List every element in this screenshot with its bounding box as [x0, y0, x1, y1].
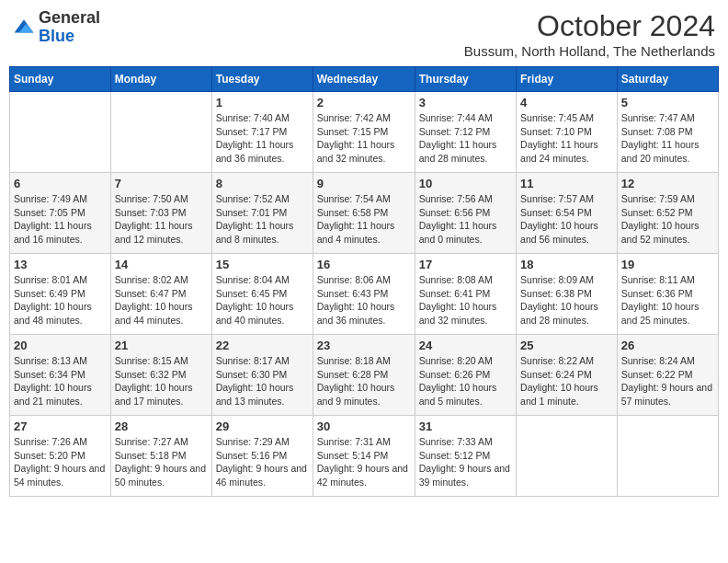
week-row-4: 27Sunrise: 7:26 AM Sunset: 5:20 PM Dayli… [10, 416, 719, 497]
logo-icon [13, 17, 35, 39]
day-info: Sunrise: 7:47 AM Sunset: 7:08 PM Dayligh… [621, 111, 714, 166]
day-number: 2 [317, 96, 411, 109]
day-info: Sunrise: 7:40 AM Sunset: 7:17 PM Dayligh… [216, 111, 309, 166]
day-cell: 23Sunrise: 8:18 AM Sunset: 6:28 PM Dayli… [313, 335, 415, 416]
day-number: 26 [621, 339, 714, 352]
day-number: 24 [419, 339, 512, 352]
day-number: 18 [520, 258, 613, 271]
day-cell: 2Sunrise: 7:42 AM Sunset: 7:15 PM Daylig… [313, 92, 415, 173]
day-cell: 31Sunrise: 7:33 AM Sunset: 5:12 PM Dayli… [415, 416, 516, 497]
day-info: Sunrise: 7:56 AM Sunset: 6:56 PM Dayligh… [419, 192, 512, 247]
day-header-thursday: Thursday [415, 67, 516, 92]
day-info: Sunrise: 7:27 AM Sunset: 5:18 PM Dayligh… [115, 435, 208, 489]
day-header-sunday: Sunday [10, 67, 111, 92]
calendar-header: SundayMondayTuesdayWednesdayThursdayFrid… [10, 67, 719, 92]
page-header: General Blue October 2024 Bussum, North … [9, 9, 719, 59]
calendar-table: SundayMondayTuesdayWednesdayThursdayFrid… [9, 66, 719, 497]
day-info: Sunrise: 7:45 AM Sunset: 7:10 PM Dayligh… [520, 111, 613, 166]
day-cell: 29Sunrise: 7:29 AM Sunset: 5:16 PM Dayli… [211, 416, 313, 497]
day-info: Sunrise: 8:20 AM Sunset: 6:26 PM Dayligh… [419, 354, 512, 408]
day-cell: 14Sunrise: 8:02 AM Sunset: 6:47 PM Dayli… [110, 254, 211, 335]
day-number: 19 [621, 258, 714, 271]
day-info: Sunrise: 8:11 AM Sunset: 6:36 PM Dayligh… [621, 273, 714, 327]
day-info: Sunrise: 8:22 AM Sunset: 6:24 PM Dayligh… [520, 354, 613, 408]
day-info: Sunrise: 7:29 AM Sunset: 5:16 PM Dayligh… [216, 435, 309, 489]
day-cell: 13Sunrise: 8:01 AM Sunset: 6:49 PM Dayli… [10, 254, 111, 335]
days-of-week-row: SundayMondayTuesdayWednesdayThursdayFrid… [10, 67, 719, 92]
day-number: 21 [115, 339, 208, 352]
day-info: Sunrise: 8:01 AM Sunset: 6:49 PM Dayligh… [14, 273, 107, 327]
logo-blue-text: Blue [39, 28, 100, 46]
day-header-saturday: Saturday [617, 67, 718, 92]
day-cell [110, 92, 211, 173]
day-cell: 5Sunrise: 7:47 AM Sunset: 7:08 PM Daylig… [617, 92, 718, 173]
logo: General Blue [13, 9, 100, 46]
day-info: Sunrise: 7:49 AM Sunset: 7:05 PM Dayligh… [14, 192, 107, 247]
day-cell: 11Sunrise: 7:57 AM Sunset: 6:54 PM Dayli… [517, 173, 618, 254]
day-number: 11 [520, 177, 613, 190]
week-row-3: 20Sunrise: 8:13 AM Sunset: 6:34 PM Dayli… [10, 335, 719, 416]
day-number: 7 [115, 177, 208, 190]
day-number: 1 [216, 96, 309, 109]
day-info: Sunrise: 8:18 AM Sunset: 6:28 PM Dayligh… [317, 354, 411, 408]
day-cell: 22Sunrise: 8:17 AM Sunset: 6:30 PM Dayli… [211, 335, 313, 416]
day-info: Sunrise: 8:09 AM Sunset: 6:38 PM Dayligh… [520, 273, 613, 327]
day-cell: 26Sunrise: 8:24 AM Sunset: 6:22 PM Dayli… [617, 335, 718, 416]
day-info: Sunrise: 8:24 AM Sunset: 6:22 PM Dayligh… [621, 354, 714, 408]
day-cell [10, 92, 111, 173]
day-cell [617, 416, 718, 497]
day-number: 12 [621, 177, 714, 190]
day-info: Sunrise: 7:57 AM Sunset: 6:54 PM Dayligh… [520, 192, 613, 247]
day-number: 17 [419, 258, 512, 271]
day-info: Sunrise: 8:04 AM Sunset: 6:45 PM Dayligh… [216, 273, 309, 327]
day-info: Sunrise: 7:42 AM Sunset: 7:15 PM Dayligh… [317, 111, 411, 166]
day-number: 31 [419, 419, 512, 433]
day-number: 6 [14, 177, 107, 190]
day-number: 29 [216, 419, 309, 433]
day-info: Sunrise: 7:26 AM Sunset: 5:20 PM Dayligh… [14, 435, 107, 489]
day-number: 16 [317, 258, 411, 271]
day-cell: 8Sunrise: 7:52 AM Sunset: 7:01 PM Daylig… [211, 173, 313, 254]
day-cell: 24Sunrise: 8:20 AM Sunset: 6:26 PM Dayli… [415, 335, 516, 416]
week-row-1: 6Sunrise: 7:49 AM Sunset: 7:05 PM Daylig… [10, 173, 719, 254]
day-info: Sunrise: 7:52 AM Sunset: 7:01 PM Dayligh… [216, 192, 309, 247]
day-cell: 6Sunrise: 7:49 AM Sunset: 7:05 PM Daylig… [10, 173, 111, 254]
day-info: Sunrise: 7:33 AM Sunset: 5:12 PM Dayligh… [419, 435, 512, 489]
day-number: 10 [419, 177, 512, 190]
day-cell: 25Sunrise: 8:22 AM Sunset: 6:24 PM Dayli… [517, 335, 618, 416]
day-info: Sunrise: 7:31 AM Sunset: 5:14 PM Dayligh… [317, 435, 411, 489]
day-number: 20 [14, 339, 107, 352]
day-info: Sunrise: 8:15 AM Sunset: 6:32 PM Dayligh… [115, 354, 208, 408]
day-cell: 21Sunrise: 8:15 AM Sunset: 6:32 PM Dayli… [110, 335, 211, 416]
day-cell: 28Sunrise: 7:27 AM Sunset: 5:18 PM Dayli… [110, 416, 211, 497]
location-text: Bussum, North Holland, The Netherlands [464, 43, 715, 59]
day-cell: 10Sunrise: 7:56 AM Sunset: 6:56 PM Dayli… [415, 173, 516, 254]
day-info: Sunrise: 8:02 AM Sunset: 6:47 PM Dayligh… [115, 273, 208, 327]
day-number: 4 [520, 96, 613, 109]
day-cell: 7Sunrise: 7:50 AM Sunset: 7:03 PM Daylig… [110, 173, 211, 254]
day-number: 30 [317, 419, 411, 433]
day-cell: 16Sunrise: 8:06 AM Sunset: 6:43 PM Dayli… [313, 254, 415, 335]
day-number: 3 [419, 96, 512, 109]
day-number: 8 [216, 177, 309, 190]
logo-general-text: General [39, 9, 100, 28]
day-info: Sunrise: 8:08 AM Sunset: 6:41 PM Dayligh… [419, 273, 512, 327]
day-header-tuesday: Tuesday [211, 67, 313, 92]
day-info: Sunrise: 8:13 AM Sunset: 6:34 PM Dayligh… [14, 354, 107, 408]
day-info: Sunrise: 7:59 AM Sunset: 6:52 PM Dayligh… [621, 192, 714, 247]
title-section: October 2024 Bussum, North Holland, The … [464, 9, 715, 59]
day-number: 13 [14, 258, 107, 271]
day-info: Sunrise: 7:50 AM Sunset: 7:03 PM Dayligh… [115, 192, 208, 247]
day-number: 14 [115, 258, 208, 271]
day-cell: 19Sunrise: 8:11 AM Sunset: 6:36 PM Dayli… [617, 254, 718, 335]
week-row-2: 13Sunrise: 8:01 AM Sunset: 6:49 PM Dayli… [10, 254, 719, 335]
day-cell: 1Sunrise: 7:40 AM Sunset: 7:17 PM Daylig… [211, 92, 313, 173]
day-info: Sunrise: 7:54 AM Sunset: 6:58 PM Dayligh… [317, 192, 411, 247]
day-cell: 27Sunrise: 7:26 AM Sunset: 5:20 PM Dayli… [10, 416, 111, 497]
day-number: 15 [216, 258, 309, 271]
day-header-friday: Friday [517, 67, 618, 92]
day-info: Sunrise: 7:44 AM Sunset: 7:12 PM Dayligh… [419, 111, 512, 166]
calendar-body: 1Sunrise: 7:40 AM Sunset: 7:17 PM Daylig… [10, 92, 719, 497]
day-cell: 4Sunrise: 7:45 AM Sunset: 7:10 PM Daylig… [517, 92, 618, 173]
day-cell: 30Sunrise: 7:31 AM Sunset: 5:14 PM Dayli… [313, 416, 415, 497]
